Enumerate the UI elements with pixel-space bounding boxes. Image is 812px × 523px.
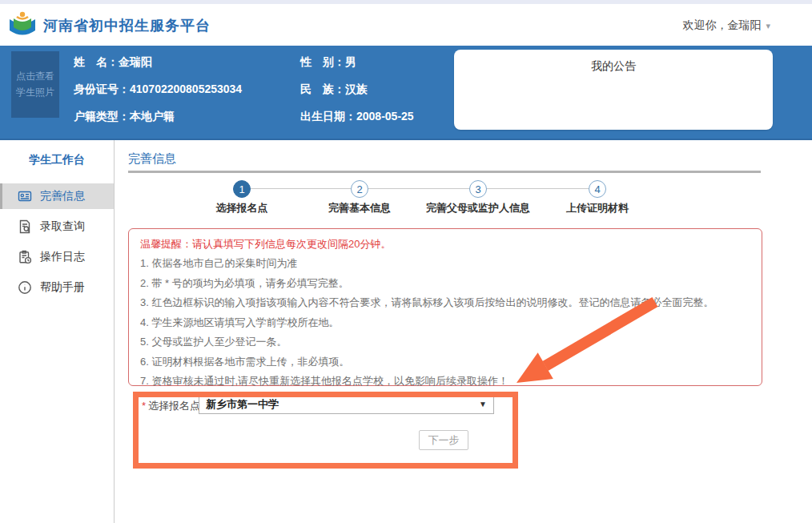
sidebar-item-admission-query[interactable]: 录取查询 (0, 214, 114, 239)
photo-box-label-line2: 学生照片 (16, 85, 54, 100)
sidebar-item-operation-log[interactable]: 操作日志 (0, 244, 114, 270)
notice-item: 1. 依据各地市自己的采集时间为准 (140, 254, 750, 274)
document-search-icon (18, 219, 32, 234)
enrollment-platform-page: 河南省初中招生服务平台 欢迎你，金瑞阳▾ 点击查看 学生照片 姓 名：金瑞阳 身… (0, 0, 812, 523)
step-4-label: 上传证明材料 (566, 201, 629, 215)
sidebar-item-help-manual[interactable]: 帮助手册 (0, 275, 114, 300)
step-2-circle: 2 (351, 180, 368, 198)
field-id-number: 身份证号：410702200805253034 (74, 82, 242, 97)
field-ethnicity: 民 族：汉族 (300, 82, 368, 97)
step-3-circle: 3 (469, 180, 487, 198)
step-3-label: 完善父母或监护人信息 (426, 201, 530, 215)
step-4-circle: 4 (589, 180, 606, 198)
student-photo-button[interactable]: 点击查看 学生照片 (11, 51, 59, 118)
stepper-connector (242, 188, 597, 189)
sidebar: 学生工作台 完善信息 录取查询 (0, 140, 115, 523)
step-1-label: 选择报名点 (216, 201, 268, 215)
sidebar-item-label: 帮助手册 (40, 280, 85, 295)
main-content: 完善信息 1 2 3 4 选择报名点 完善基本信息 完善父母或监护人信息 上传证… (115, 140, 812, 523)
sidebar-title: 学生工作台 (0, 140, 114, 179)
enrollment-site-select[interactable]: 新乡市第一中学 ▼ (199, 395, 494, 414)
sidebar-item-complete-info[interactable]: 完善信息 (0, 183, 114, 209)
notice-box: 温馨提醒：请认真填写下列信息每次更改间隔20分钟。 1. 依据各地市自己的采集时… (128, 228, 762, 386)
notice-title: 温馨提醒：请认真填写下列信息每次更改间隔20分钟。 (140, 237, 750, 251)
sidebar-item-label: 录取查询 (40, 219, 85, 234)
announcement-panel: 我的公告 (454, 50, 773, 130)
notice-item: 4. 学生来源地区请填写入学前学校所在地。 (140, 313, 750, 333)
step-2-label: 完善基本信息 (328, 201, 391, 215)
section-title: 完善信息 (128, 151, 176, 167)
platform-logo-icon (6, 9, 38, 41)
id-card-icon (18, 189, 32, 203)
field-birthdate: 出生日期：2008-05-25 (300, 110, 414, 124)
field-gender: 性 别：男 (300, 55, 356, 70)
notice-item: 2. 带 * 号的项均为必填项，请务必填写完整。 (140, 274, 750, 294)
user-menu[interactable]: 欢迎你，金瑞阳▾ (682, 18, 770, 33)
sidebar-item-label: 操作日志 (40, 250, 85, 264)
photo-box-label-line1: 点击查看 (16, 69, 54, 84)
notice-item: 5. 父母或监护人至少登记一条。 (140, 332, 750, 352)
notice-item: 3. 红色边框标识的输入项指该项输入内容不符合要求，请将鼠标移入该项后按给出的说… (140, 293, 750, 313)
app-header: 河南省初中招生服务平台 欢迎你，金瑞阳▾ (0, 4, 812, 46)
select-caret-icon: ▼ (479, 396, 487, 413)
field-household-type: 户籍类型：本地户籍 (74, 110, 175, 124)
step-1-circle: 1 (233, 180, 251, 198)
selected-school: 新乡市第一中学 (206, 398, 279, 410)
required-asterisk: * (142, 400, 146, 412)
field-name: 姓 名：金瑞阳 (74, 55, 152, 70)
student-info-banner: 点击查看 学生照片 姓 名：金瑞阳 身份证号：41070220080525303… (0, 46, 812, 140)
announcement-title: 我的公告 (454, 50, 773, 74)
title-divider (128, 171, 761, 173)
sidebar-item-label: 完善信息 (40, 189, 85, 203)
clipboard-clock-icon (18, 250, 32, 264)
notice-item: 6. 证明材料根据各地市需求上传，非必填项。 (140, 352, 750, 372)
page-title: 河南省初中招生服务平台 (43, 16, 211, 35)
enrollment-site-label: *选择报名点 (142, 399, 200, 413)
next-step-button[interactable]: 下一步 (419, 430, 468, 450)
caret-down-icon: ▾ (766, 21, 770, 30)
notice-item: 7. 资格审核未通过时,请尽快重新选择其他报名点学校，以免影响后续录取操作！ (140, 372, 750, 392)
welcome-text: 欢迎你，金瑞阳 (682, 18, 761, 31)
info-circle-icon (18, 280, 32, 295)
